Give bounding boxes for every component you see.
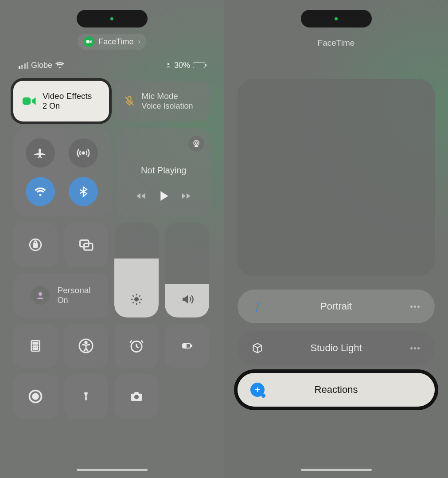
battery-icon [193, 62, 205, 68]
svg-point-15 [33, 346, 35, 347]
reactions-row[interactable]: + Reactions [238, 373, 435, 407]
camera-button[interactable] [114, 374, 159, 419]
volume-slider[interactable] [165, 223, 209, 317]
video-effects-title: Video Effects [43, 91, 92, 102]
person-icon [165, 62, 171, 68]
video-effects-subtitle: 2 On [43, 102, 92, 111]
camera-indicator-dot [335, 17, 338, 20]
svg-point-29 [86, 396, 86, 397]
svg-point-22 [85, 341, 87, 344]
studio-light-row[interactable]: Studio Light [238, 331, 435, 365]
mic-mode-subtitle: Voice Isolation [142, 102, 193, 111]
low-power-button[interactable] [165, 324, 209, 368]
camera-preview [238, 79, 435, 276]
person-avatar-icon [31, 286, 50, 305]
svg-rect-26 [183, 345, 186, 347]
focus-tile[interactable]: Personal On [13, 273, 108, 317]
svg-rect-2 [23, 98, 31, 105]
accessibility-button[interactable] [64, 324, 108, 368]
cellular-data-button[interactable] [69, 138, 98, 168]
svg-point-30 [134, 395, 139, 399]
calculator-button[interactable] [13, 324, 58, 368]
svg-rect-0 [86, 40, 89, 43]
screen-record-button[interactable] [13, 374, 58, 419]
mic-mode-tile[interactable]: Mic Mode Voice Isolation [115, 81, 211, 121]
flashlight-button[interactable] [64, 374, 108, 419]
svg-point-17 [37, 346, 38, 347]
studio-light-label: Studio Light [265, 342, 407, 354]
svg-point-20 [37, 348, 38, 349]
svg-point-18 [33, 348, 35, 349]
chevron-right-icon: › [138, 38, 140, 46]
facetime-icon [83, 36, 94, 47]
speaker-icon [180, 293, 194, 306]
svg-point-11 [39, 292, 42, 296]
more-icon[interactable] [407, 306, 422, 308]
next-track-icon[interactable] [180, 190, 192, 202]
alarm-button[interactable] [114, 324, 159, 368]
airplane-mode-button[interactable] [26, 138, 55, 168]
control-center: Video Effects 2 On Mic Mode Voice Isolat… [13, 81, 210, 425]
airplay-button[interactable] [188, 136, 204, 152]
focus-subtitle: On [58, 296, 91, 306]
svg-point-4 [82, 152, 85, 154]
home-indicator[interactable] [77, 469, 148, 471]
brightness-slider[interactable] [114, 223, 159, 317]
svg-point-16 [35, 346, 36, 347]
connectivity-group [13, 128, 111, 216]
now-playing-tile[interactable]: Not Playing [117, 128, 211, 216]
reactions-label: Reactions [265, 384, 407, 396]
bluetooth-button[interactable] [69, 177, 98, 206]
svg-rect-14 [33, 342, 38, 344]
play-icon[interactable] [156, 189, 171, 203]
video-camera-icon [21, 94, 36, 109]
svg-rect-8 [34, 243, 38, 247]
svg-point-6 [195, 142, 198, 144]
mic-mode-title: Mic Mode [142, 91, 193, 102]
dynamic-island[interactable] [301, 10, 372, 27]
status-bar: Globe 30% [0, 60, 224, 70]
prev-track-icon[interactable] [135, 190, 147, 202]
camera-indicator-dot [110, 17, 113, 20]
mic-off-icon [123, 94, 136, 109]
screen-title: FaceTime [238, 38, 435, 48]
more-icon[interactable] [407, 347, 422, 349]
reactions-icon: + [250, 383, 265, 397]
portrait-label: Portrait [265, 301, 407, 312]
sun-icon [130, 293, 143, 306]
now-playing-title: Not Playing [141, 165, 186, 176]
battery-percent: 30% [174, 61, 190, 70]
video-effects-tile[interactable]: Video Effects 2 On [13, 81, 109, 121]
svg-point-28 [33, 394, 38, 399]
cube-icon [250, 342, 265, 354]
orientation-lock-button[interactable] [13, 223, 58, 267]
wifi-button[interactable] [26, 177, 55, 206]
svg-point-19 [35, 348, 36, 349]
active-app-pill[interactable]: FaceTime › [77, 34, 147, 50]
dynamic-island[interactable] [77, 10, 148, 27]
control-center-screen: FaceTime › Globe 30% Video Effects 2 On [0, 0, 224, 478]
svg-point-12 [134, 297, 139, 302]
cellular-signal-icon [19, 62, 28, 69]
home-indicator[interactable] [301, 469, 372, 471]
carrier-label: Globe [31, 61, 52, 70]
svg-rect-25 [191, 345, 192, 347]
svg-point-1 [168, 63, 170, 65]
video-effects-screen: FaceTime f Portrait Studio Light + React… [224, 0, 448, 478]
focus-title: Personal [58, 286, 91, 296]
wifi-icon [55, 60, 65, 70]
portrait-row[interactable]: f Portrait [238, 290, 435, 323]
active-app-label: FaceTime [98, 37, 133, 47]
portrait-f-icon: f [250, 300, 265, 313]
screen-mirroring-button[interactable] [64, 223, 108, 267]
